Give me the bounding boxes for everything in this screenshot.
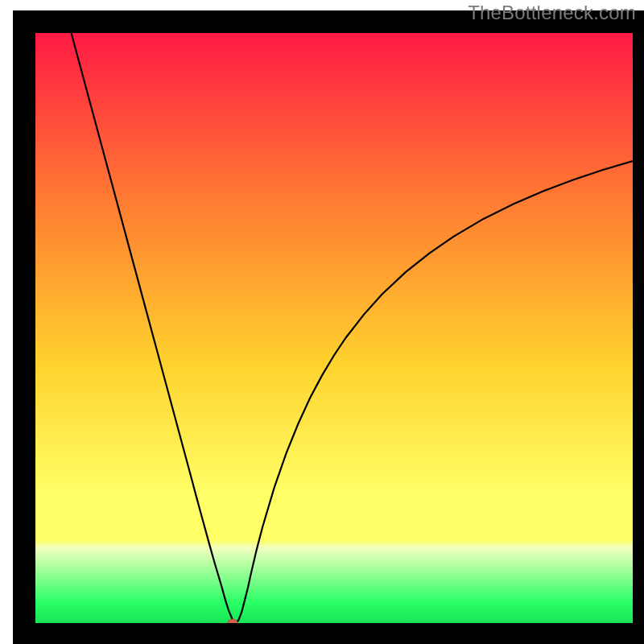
bottleneck-chart — [0, 0, 644, 644]
chart-stage: TheBottleneck.com — [0, 0, 644, 644]
watermark-text: TheBottleneck.com — [468, 2, 636, 24]
heat-gradient-background — [35, 33, 633, 623]
